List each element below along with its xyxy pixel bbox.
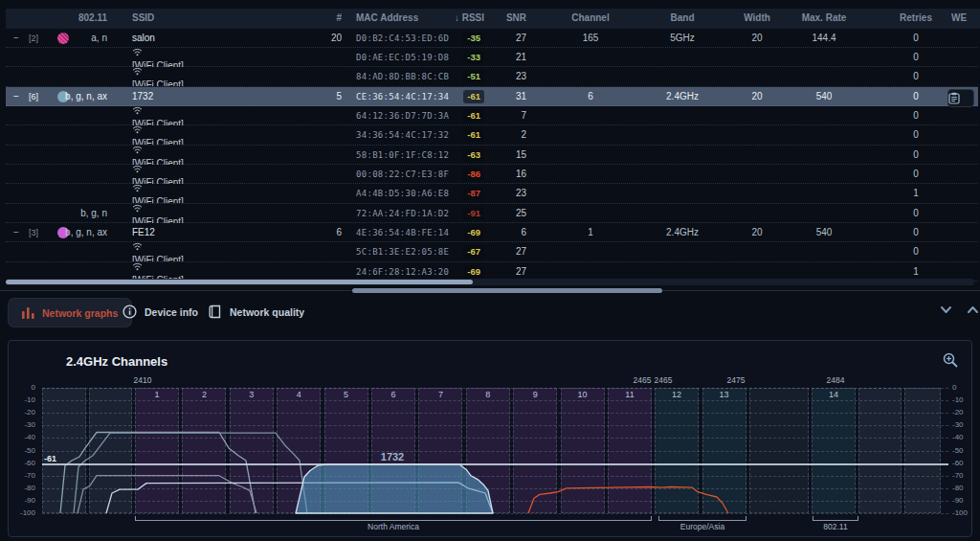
retries-value: 0 [888, 29, 944, 48]
bottom-tab-bar: Network graphs Device info Network quali… [0, 295, 980, 333]
snr-value: 27 [492, 29, 526, 48]
snr-value: 27 [492, 242, 526, 261]
wifi-client-cell: [WiFi Client] [132, 48, 314, 67]
rssi-badge: -61 [442, 125, 484, 145]
rssi-badge: -35 [442, 29, 484, 48]
table-row-network[interactable]: −[3]FE12612.4GHz20540b, g, n, ax4E:36:54… [6, 223, 978, 242]
channel-value: 1 [562, 223, 619, 242]
retries-value: 0 [888, 67, 944, 86]
network-count: 20 [287, 29, 342, 48]
network-table: 802.11SSID#MAC Address↓ RSSISNRChannelBa… [0, 0, 980, 287]
region-label: Europe/Asia [680, 522, 724, 531]
table-row-client[interactable]: [WiFi Client]34:36:54:4C:17:32-6120 [6, 125, 978, 145]
snr-value: 25 [492, 204, 526, 223]
curve-network-orange [528, 487, 728, 514]
table-row-client[interactable]: [WiFi Client]58:B1:0F:1F:C8:12-63150 [6, 146, 978, 165]
rssi-badge: -63 [442, 146, 484, 165]
rssi-badge: -51 [442, 67, 484, 86]
region-bracket [135, 516, 652, 521]
curve-network-outline-c [78, 476, 256, 513]
rssi-badge: -91 [442, 204, 484, 223]
client-label: [WiFi Client] [132, 79, 184, 86]
band-value: 2.4GHz [653, 87, 712, 106]
retries-value: 0 [888, 204, 944, 223]
row-expander[interactable]: − [13, 87, 27, 106]
row-expander[interactable]: − [13, 29, 27, 48]
width-value: 20 [729, 87, 785, 106]
snr-value: 7 [492, 106, 526, 125]
client-label: [WiFi Client] [132, 60, 184, 67]
retries-value: 0 [888, 125, 944, 145]
max-rate-value: 540 [794, 223, 854, 242]
wifi-client-cell: [WiFi Client] [132, 184, 314, 203]
bar-chart-icon [22, 307, 34, 319]
retries-value: 0 [888, 223, 944, 242]
column-header-band[interactable]: Band [653, 9, 712, 28]
client-label: [WiFi Client] [132, 138, 184, 145]
rssi-badge: -69 [442, 223, 484, 242]
table-row-network[interactable]: −[6]1732562.4GHz20540b, g, n, axCE:36:54… [6, 87, 978, 106]
column-header-we[interactable]: WE [951, 9, 980, 28]
table-horizontal-scrollbar[interactable] [6, 279, 974, 285]
tab-network-quality[interactable]: Network quality [209, 298, 304, 326]
column-header-proto[interactable]: 802.11 [27, 9, 107, 28]
table-row-client[interactable]: [WiFi Client]00:08:22:C7:E3:8F-86160 [6, 165, 978, 184]
channel-value: 6 [562, 87, 619, 106]
retries-value: 0 [888, 87, 944, 106]
snr-value: 15 [492, 146, 526, 165]
snr-value: 31 [492, 87, 526, 106]
column-header-snr[interactable]: SNR [492, 9, 526, 28]
network-count: 5 [287, 87, 342, 106]
channels-chart-panel: 2.4GHz Channels 123456789101112131400-10… [8, 340, 972, 537]
protocol-label: b, g, n, ax [27, 223, 107, 242]
protocol-label: b, g, n, ax [27, 87, 107, 106]
table-row-client[interactable]: [WiFi Client]D0:AE:EC:D5:19:D8-33210 [6, 48, 978, 67]
protocol-label: b, g, n [27, 204, 107, 223]
clipboard-button[interactable] [947, 89, 974, 107]
column-header-width[interactable]: Width [729, 9, 785, 28]
region-bracket [813, 516, 858, 521]
retries-value: 1 [888, 184, 944, 203]
wifi-client-cell: [WiFi Client] [132, 146, 314, 165]
rssi-badge: -86 [442, 165, 484, 184]
tab-network-graphs[interactable]: Network graphs [8, 298, 132, 327]
column-header-num[interactable]: # [287, 9, 342, 28]
client-label: [WiFi Client] [132, 196, 184, 203]
table-row-client[interactable]: [WiFi Client]b, g, n72:AA:24:FD:1A:D2-91… [6, 204, 978, 223]
chevron-up-icon[interactable] [966, 303, 980, 318]
table-row-client[interactable]: [WiFi Client]84:AD:8D:BB:8C:CB-51230 [6, 67, 978, 86]
tab-device-info[interactable]: Device info [122, 298, 198, 326]
column-header-rssi[interactable]: ↓ RSSI [442, 9, 484, 28]
client-label: [WiFi Client] [132, 255, 184, 261]
wifi-client-cell: [WiFi Client] [132, 125, 314, 145]
row-expander[interactable]: − [13, 223, 27, 242]
table-row-client[interactable]: [WiFi Client]A4:4B:D5:30:A6:E8-87231 [6, 184, 978, 203]
splitter-handle[interactable] [352, 288, 662, 293]
wifi-client-cell: [WiFi Client] [132, 242, 314, 261]
table-header-row: 802.11SSID#MAC Address↓ RSSISNRChannelBa… [6, 9, 980, 29]
rssi-badge: -61 [442, 106, 484, 125]
curve-network-1732 [296, 464, 493, 513]
curve-network-outline-b [74, 433, 307, 513]
protocol-label: a, n [27, 29, 107, 48]
rssi-badge: -87 [442, 184, 484, 203]
tab-label: Device info [145, 306, 198, 318]
column-header-retries[interactable]: Retries [888, 9, 944, 28]
column-header-ch[interactable]: Channel [562, 9, 619, 28]
selected-network-label: 1732 [381, 451, 404, 462]
snr-value: 2 [492, 125, 526, 145]
table-row-client[interactable]: [WiFi Client]5C:B1:3E:E2:05:8E-67270 [6, 242, 978, 261]
column-header-rate[interactable]: Max. Rate [794, 9, 854, 28]
chevron-down-icon[interactable] [939, 303, 954, 318]
snr-value: 23 [492, 67, 526, 86]
rssi-reference-label: -61 [44, 454, 56, 463]
info-icon [122, 304, 137, 319]
snr-value: 16 [492, 165, 526, 184]
client-label: [WiFi Client] [132, 216, 184, 223]
retries-value: 0 [888, 242, 944, 261]
wifi-client-cell: [WiFi Client] [132, 204, 314, 223]
table-row-client[interactable]: [WiFi Client]64:12:36:D7:7D:3A-6170 [6, 106, 978, 125]
table-row-network[interactable]: −[2]salon201655GHz20144.4a, nD0:B2:C4:53… [6, 29, 978, 48]
scrollbar-thumb[interactable] [6, 280, 473, 284]
retries-value: 0 [888, 106, 944, 125]
